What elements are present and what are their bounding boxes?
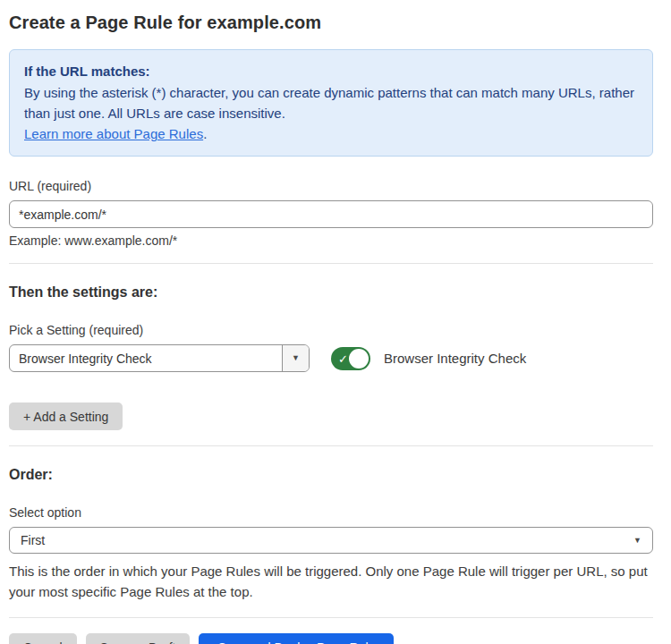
divider — [9, 263, 653, 264]
page-title: Create a Page Rule for example.com — [9, 13, 653, 33]
setting-select-arrow-button[interactable]: ▼ — [282, 345, 309, 371]
save-and-deploy-button[interactable]: Save and Deploy Page Rule — [199, 633, 394, 644]
create-page-rule-form: Create a Page Rule for example.com If th… — [0, 0, 671, 644]
url-match-info-box: If the URL matches: By using the asteris… — [9, 49, 653, 157]
order-section-heading: Order: — [9, 467, 653, 483]
settings-section-heading: Then the settings are: — [9, 284, 653, 301]
divider — [9, 617, 653, 618]
check-icon: ✓ — [338, 352, 348, 364]
order-help-text: This is the order in which your Page Rul… — [9, 561, 653, 602]
save-as-draft-button[interactable]: Save as Draft — [86, 633, 191, 644]
footer-actions: Cancel Save as Draft Save and Deploy Pag… — [9, 633, 653, 644]
url-field-label: URL (required) — [9, 179, 653, 193]
order-select[interactable]: First ▼ — [9, 527, 653, 554]
url-example-hint: Example: www.example.com/* — [9, 233, 653, 248]
setting-row: Browser Integrity Check ▼ ✓ Browser Inte… — [9, 344, 653, 372]
url-input[interactable] — [9, 200, 653, 228]
setting-select-value: Browser Integrity Check — [10, 345, 282, 371]
learn-more-link[interactable]: Learn more about Page Rules — [24, 126, 203, 141]
pick-setting-label: Pick a Setting (required) — [9, 323, 653, 337]
info-box-link-line: Learn more about Page Rules. — [24, 123, 638, 144]
chevron-down-icon: ▼ — [292, 354, 300, 362]
order-select-value: First — [21, 533, 45, 547]
chevron-down-icon: ▼ — [633, 537, 641, 545]
divider — [9, 445, 653, 446]
toggle-knob — [349, 349, 369, 369]
order-select-label: Select option — [9, 505, 653, 520]
setting-select[interactable]: Browser Integrity Check ▼ — [9, 344, 310, 372]
toggle-label: Browser Integrity Check — [384, 351, 526, 366]
browser-integrity-check-toggle[interactable]: ✓ — [331, 347, 370, 370]
cancel-button[interactable]: Cancel — [9, 633, 77, 644]
info-box-heading: If the URL matches: — [24, 61, 638, 81]
add-setting-button[interactable]: + Add a Setting — [9, 402, 123, 430]
info-box-body: By using the asterisk (*) character, you… — [24, 82, 638, 123]
link-suffix: . — [203, 126, 207, 141]
